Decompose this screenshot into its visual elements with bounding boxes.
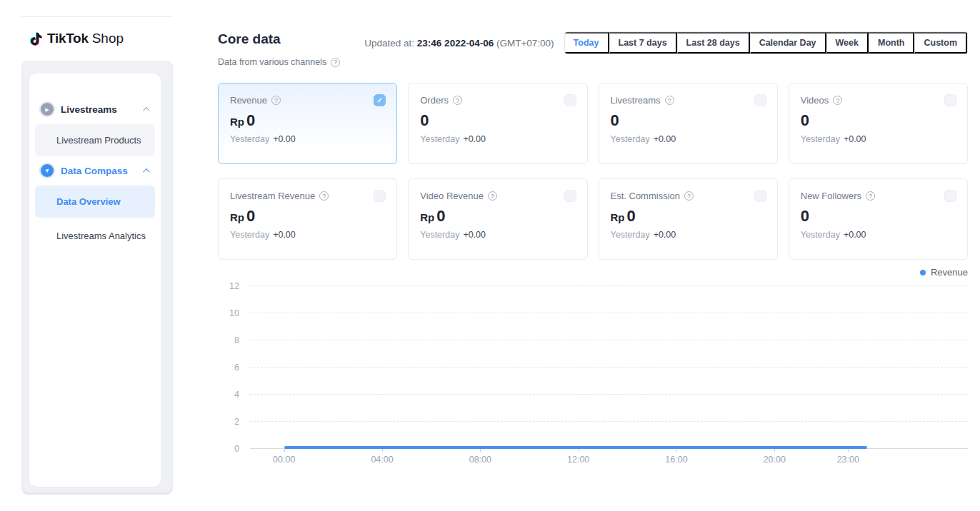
x-tick-label: 12:00 [567, 455, 589, 465]
metric-card-livestream-revenue[interactable]: Livestream Revenue?Rp0Yesterday+0.00 [218, 178, 397, 260]
delta-value: +0.00 [273, 134, 296, 144]
chart-plot-area[interactable]: 12108642000:0004:0008:0012:0016:0020:002… [250, 285, 968, 449]
metric-checkbox[interactable] [944, 94, 956, 106]
updated-prefix: Updated at: [364, 38, 414, 49]
y-tick-label: 4 [218, 390, 239, 400]
metric-value: 0 [611, 111, 619, 130]
range-tab-today[interactable]: Today [565, 32, 609, 54]
metric-help-icon[interactable]: ? [488, 191, 497, 201]
range-tab-last-7-days[interactable]: Last 7 days [609, 32, 677, 54]
metric-value-row: Rp0 [230, 111, 386, 130]
delta-label: Yesterday [611, 230, 650, 240]
metric-label: Video Revenue [420, 191, 484, 201]
metric-label: Revenue [230, 95, 267, 106]
metric-value: 0 [801, 207, 809, 226]
legend-dot-icon [920, 270, 926, 275]
delta-label: Yesterday [420, 230, 459, 240]
compass-icon-glyph: ➤ [44, 167, 51, 174]
card-head: Est. Commission? [611, 190, 766, 202]
gridline-y10: 10 [250, 313, 968, 313]
metric-delta-row: Yesterday+0.00 [230, 230, 386, 240]
metric-card-videos[interactable]: Videos?0Yesterday+0.00 [789, 83, 968, 164]
title-block: Core data Data from various channels ? [218, 31, 340, 67]
metric-card-est-commission[interactable]: Est. Commission?Rp0Yesterday+0.00 [599, 178, 778, 260]
x-tick-label: 00:00 [273, 455, 295, 465]
main-header: Core data Data from various channels ? U… [218, 31, 968, 67]
metric-card-orders[interactable]: Orders?0Yesterday+0.00 [408, 83, 587, 164]
tiktok-note-icon [28, 30, 44, 48]
metric-checkbox[interactable] [564, 94, 576, 106]
range-tab-custom[interactable]: Custom [914, 32, 967, 54]
metric-checkbox[interactable] [754, 190, 766, 202]
currency-prefix: Rp [611, 211, 625, 223]
sidebar-group-livestreams[interactable]: ▶Livestreams [35, 96, 155, 122]
metric-checkbox[interactable] [754, 94, 766, 106]
tiktok-shop-logo[interactable]: TikTok Shop [28, 29, 124, 49]
metric-help-icon[interactable]: ? [833, 96, 842, 105]
metric-checkbox[interactable] [944, 190, 956, 202]
metric-delta-row: Yesterday+0.00 [230, 134, 386, 144]
delta-label: Yesterday [611, 134, 650, 144]
card-head: Livestream Revenue? [230, 190, 386, 202]
sidebar-item-data-overview[interactable]: Data Overview [35, 186, 155, 218]
delta-value: +0.00 [273, 230, 296, 240]
metric-card-livestreams[interactable]: Livestreams?0Yesterday+0.00 [599, 83, 778, 164]
metric-checkbox[interactable] [374, 190, 386, 202]
subtitle-help-icon[interactable]: ? [331, 58, 340, 67]
sidebar-item-livestream-products[interactable]: Livestream Products [35, 124, 155, 156]
metric-help-icon[interactable]: ? [866, 191, 875, 201]
x-tick-mark [480, 449, 481, 452]
updated-time: 23:46 2022-04-06 [417, 38, 494, 49]
metric-help-icon[interactable]: ? [665, 96, 674, 105]
delta-label: Yesterday [801, 134, 840, 144]
metric-value-row: Rp0 [611, 207, 766, 226]
sidebar: TikTok Shop ▶LivestreamsLivestream Produ… [0, 0, 173, 511]
range-tab-week[interactable]: Week [826, 32, 869, 54]
x-tick-mark [774, 449, 775, 452]
delta-label: Yesterday [230, 134, 269, 144]
gridline-y4: 4 [250, 394, 968, 395]
metric-label: New Followers [801, 191, 861, 201]
metric-card-new-followers[interactable]: New Followers?0Yesterday+0.00 [789, 178, 968, 260]
metric-value-row: 0 [801, 207, 956, 226]
range-tab-last-28-days[interactable]: Last 28 days [677, 32, 750, 54]
range-tab-month[interactable]: Month [869, 32, 914, 54]
sidebar-nav: ▶LivestreamsLivestream Products➤Data Com… [29, 74, 161, 487]
x-tick-label: 20:00 [764, 455, 786, 465]
metric-help-icon[interactable]: ? [684, 191, 694, 201]
metric-value: 0 [436, 207, 445, 226]
revenue-series-line [284, 446, 867, 449]
metric-value-row: Rp0 [230, 207, 386, 226]
metric-checkbox[interactable] [564, 190, 576, 202]
metric-help-icon[interactable]: ? [453, 96, 462, 105]
metric-value: 0 [627, 207, 636, 226]
y-tick-label: 0 [218, 444, 239, 454]
revenue-line-chart: 12108642000:0004:0008:0012:0016:0020:002… [218, 285, 968, 477]
sidebar-top-divider [21, 16, 172, 17]
currency-prefix: Rp [420, 211, 434, 223]
x-tick-label: 16:00 [665, 455, 687, 465]
sidebar-group-data-compass[interactable]: ➤Data Compass [35, 158, 155, 183]
y-tick-label: 10 [218, 308, 239, 318]
metric-checkbox-checked[interactable]: ✓ [374, 94, 386, 106]
chart-legend-revenue[interactable]: Revenue [218, 267, 968, 278]
metric-card-video-revenue[interactable]: Video Revenue?Rp0Yesterday+0.00 [408, 178, 587, 260]
metric-value: 0 [246, 207, 255, 226]
metric-label: Videos [801, 95, 829, 106]
x-tick-mark [284, 449, 285, 452]
card-head: Video Revenue? [420, 190, 576, 202]
metric-help-icon[interactable]: ? [319, 191, 329, 201]
metric-label: Orders [420, 95, 449, 106]
range-tab-calendar-day[interactable]: Calendar Day [750, 32, 826, 54]
sidebar-item-livestreams-analytics[interactable]: Livestreams Analytics [35, 220, 155, 252]
gridline-y12: 12 [250, 285, 968, 286]
page-subtitle: Data from various channels [218, 57, 326, 67]
x-tick-mark [676, 449, 677, 452]
metric-delta-row: Yesterday+0.00 [611, 134, 766, 144]
x-tick-mark [848, 449, 849, 452]
metric-card-revenue[interactable]: Revenue?✓Rp0Yesterday+0.00 [218, 83, 397, 164]
metric-label: Est. Commission [611, 191, 681, 201]
metric-label: Livestream Revenue [230, 191, 315, 201]
y-tick-label: 8 [218, 335, 239, 345]
metric-help-icon[interactable]: ? [271, 96, 281, 105]
